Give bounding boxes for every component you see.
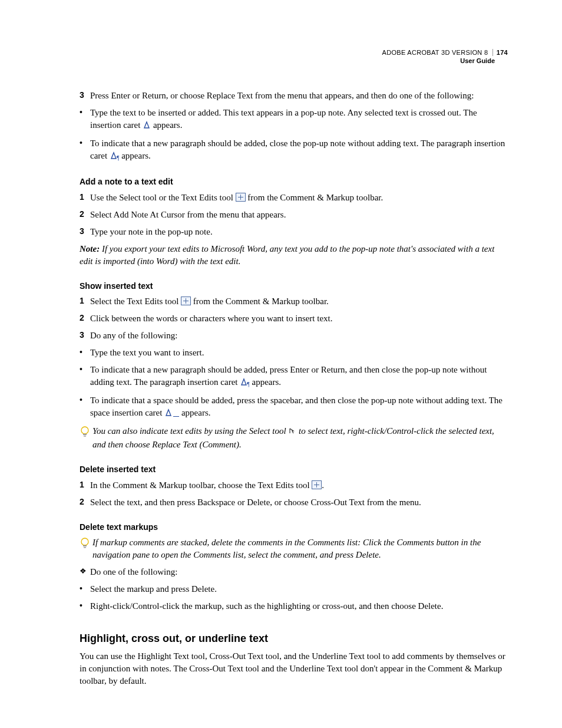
text-run: appears.	[121, 151, 151, 160]
text-run: To indicate that a new paragraph should …	[90, 139, 505, 160]
bullet-item: • Select the markup and press Delete.	[80, 583, 508, 595]
step-text: In the Comment & Markup toolbar, choose …	[90, 479, 508, 492]
bullet-item: • To indicate that a new paragraph shoul…	[80, 364, 508, 390]
step-text: Use the Select tool or the Text Edits to…	[90, 192, 508, 204]
pilcrow-icon: ¶	[117, 154, 120, 161]
subheading-delete-markups: Delete text markups	[80, 522, 508, 533]
subheading-show-inserted: Show inserted text	[80, 281, 508, 292]
action-text: Do one of the following:	[90, 566, 177, 578]
text-edits-tool-icon	[236, 193, 246, 202]
step-item: 2 Select the text, and then press Backsp…	[80, 496, 508, 509]
svg-point-1	[81, 538, 88, 545]
step-number: 3	[80, 226, 90, 238]
bullet-item: • Type the text you want to insert.	[80, 347, 508, 359]
bullet-marker: •	[80, 583, 90, 595]
svg-point-0	[81, 427, 88, 434]
text-run: To indicate that a new paragraph should …	[90, 365, 487, 387]
text-edits-tool-icon	[181, 297, 191, 305]
section-heading-highlight: Highlight, cross out, or underline text	[80, 631, 508, 646]
page-header: ADOBE ACROBAT 3D VERSION 8 174 User Guid…	[382, 48, 508, 65]
tip-block: You can also indicate text edits by usin…	[80, 425, 508, 451]
step-number: 1	[80, 295, 90, 307]
space-underscore-icon	[173, 416, 179, 417]
header-subtitle: User Guide	[382, 57, 508, 65]
bullet-marker: •	[80, 364, 90, 375]
step-number: 2	[80, 496, 90, 508]
step-number: 3	[80, 330, 90, 341]
bullet-marker: •	[80, 600, 90, 612]
bullet-text: Type the text you want to insert.	[90, 347, 508, 359]
step-text: Press Enter or Return, or choose Replace…	[90, 90, 508, 102]
subheading-delete-inserted: Delete inserted text	[80, 464, 508, 476]
space-insertion-caret-icon	[164, 408, 173, 420]
tip-block: If markup comments are stacked, delete t…	[80, 536, 508, 561]
insertion-caret-icon	[143, 120, 151, 133]
step-text: Select the text, and then press Backspac…	[90, 496, 508, 509]
step-item: 1 Use the Select tool or the Text Edits …	[80, 192, 508, 204]
bullet-item: • To indicate that a space should be add…	[80, 394, 508, 420]
bullet-marker: •	[80, 394, 90, 406]
step-number: 1	[80, 192, 90, 203]
step-text: Do any of the following:	[90, 330, 508, 342]
text-run: appears.	[252, 377, 282, 387]
text-run: Select the Text Edits tool	[90, 297, 181, 306]
bullet-marker: •	[80, 347, 90, 358]
step-text: Click between the words or characters wh…	[90, 312, 508, 325]
page: ADOBE ACROBAT 3D VERSION 8 174 User Guid…	[0, 0, 562, 728]
step-number: 1	[80, 479, 90, 491]
note-block: Note: If you export your text edits to M…	[80, 243, 508, 268]
step-number: 3	[80, 90, 90, 101]
paragraph: You can use the Highlight Text tool, Cro…	[80, 650, 508, 687]
step-item: 3 Press Enter or Return, or choose Repla…	[80, 90, 508, 102]
subheading-add-note: Add a note to a text edit	[80, 176, 508, 188]
lightbulb-icon	[80, 426, 90, 439]
pilcrow-icon: ¶	[247, 381, 250, 387]
step-number: 2	[80, 209, 90, 220]
text-run: Use the Select tool or the Text Edits to…	[90, 193, 236, 202]
select-tool-icon	[288, 426, 296, 439]
step-item: 2 Select Add Note At Cursor from the men…	[80, 209, 508, 221]
page-content: 3 Press Enter or Return, or choose Repla…	[80, 90, 508, 687]
bullet-item: • Right-click/Control-click the markup, …	[80, 600, 508, 612]
bullet-text: To indicate that a new paragraph should …	[90, 364, 508, 390]
header-product: ADOBE ACROBAT 3D VERSION 8	[382, 49, 488, 56]
step-text: Select Add Note At Cursor from the menu …	[90, 209, 508, 221]
bullet-marker: •	[80, 137, 90, 149]
text-edits-tool-icon	[312, 480, 322, 489]
bullet-text: Right-click/Control-click the markup, su…	[90, 600, 508, 612]
bullet-text: To indicate that a new paragraph should …	[90, 137, 508, 163]
bullet-text: To indicate that a space should be added…	[90, 394, 508, 420]
step-item: 1 Select the Text Edits tool from the Co…	[80, 295, 508, 308]
bullet-text: Type the text to be inserted or added. T…	[90, 107, 508, 133]
text-run: To indicate that a space should be added…	[90, 396, 503, 417]
text-run: from the Comment & Markup toolbar.	[247, 193, 383, 202]
step-number: 2	[80, 312, 90, 324]
step-text: Type your note in the pop-up note.	[90, 226, 508, 238]
step-item: 2 Click between the words or characters …	[80, 312, 508, 325]
text-run: from the Comment & Markup toolbar.	[193, 297, 329, 306]
bullet-item: • To indicate that a new paragraph shoul…	[80, 137, 508, 163]
lightbulb-icon	[80, 537, 90, 550]
bullet-marker: •	[80, 107, 90, 118]
text-run: appears.	[181, 408, 211, 417]
note-body: If you export your text edits to Microso…	[80, 244, 494, 266]
note-label: Note:	[80, 244, 100, 253]
tip-text: If markup comments are stacked, delete t…	[92, 536, 508, 561]
bullet-item: • Type the text to be inserted or added.…	[80, 107, 508, 133]
step-item: 1 In the Comment & Markup toolbar, choos…	[80, 479, 508, 492]
step-item: 3 Type your note in the pop-up note.	[80, 226, 508, 238]
text-run: appears.	[153, 120, 183, 130]
step-text: Select the Text Edits tool from the Comm…	[90, 295, 508, 308]
bullet-text: Select the markup and press Delete.	[90, 583, 508, 595]
action-item: ❖ Do one of the following:	[80, 566, 508, 578]
page-number: 174	[492, 49, 508, 56]
diamond-bullet-icon: ❖	[80, 566, 90, 577]
step-item: 3 Do any of the following:	[80, 330, 508, 342]
tip-text: You can also indicate text edits by usin…	[92, 425, 508, 451]
text-run: In the Comment & Markup toolbar, choose …	[90, 480, 312, 490]
text-run: You can also indicate text edits by usin…	[92, 426, 288, 436]
text-run: .	[322, 480, 324, 490]
